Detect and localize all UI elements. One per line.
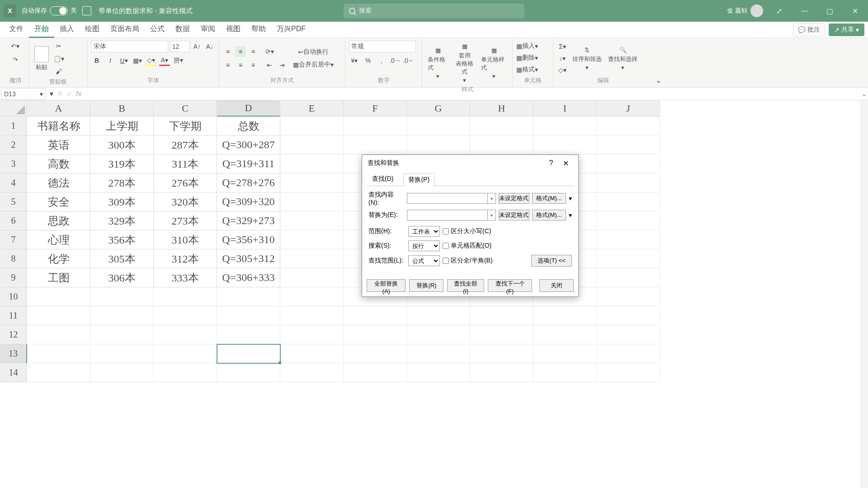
cell-J12[interactable]	[597, 325, 660, 344]
menu-万兴PDF[interactable]: 万兴PDF	[271, 22, 311, 38]
cell-I11[interactable]	[533, 306, 597, 325]
cell-J2[interactable]	[597, 136, 660, 155]
search-box[interactable]: 搜索	[344, 4, 524, 18]
row-header-9[interactable]: 9	[0, 268, 27, 287]
cell-D10[interactable]	[217, 287, 280, 306]
align-center-button[interactable]: ≡	[235, 60, 246, 70]
cell-C3[interactable]: 311本	[154, 155, 217, 174]
minimize-icon[interactable]: —	[796, 2, 814, 20]
cell-I13[interactable]	[533, 344, 597, 363]
cell-E12[interactable]	[280, 325, 344, 344]
cell-D12[interactable]	[217, 325, 280, 344]
cell-B12[interactable]	[90, 325, 154, 344]
align-top-button[interactable]: ≡	[222, 46, 233, 57]
cell-D5[interactable]: Q=309+320	[217, 192, 280, 211]
row-header-13[interactable]: 13	[0, 344, 27, 363]
cell-C2[interactable]: 287本	[154, 136, 217, 155]
cell-C5[interactable]: 320本	[154, 192, 217, 211]
cell-A1[interactable]: 书籍名称	[27, 117, 90, 136]
cell-B8[interactable]: 305本	[90, 249, 154, 268]
collapse-ribbon-button[interactable]: ⌄	[653, 39, 664, 87]
cell-A14[interactable]	[27, 363, 90, 382]
copy-button[interactable]: 📋▾	[53, 53, 64, 64]
cell-J10[interactable]	[597, 287, 660, 306]
cell-E5[interactable]	[280, 192, 344, 211]
cell-C6[interactable]: 273本	[154, 211, 217, 230]
row-header-5[interactable]: 5	[0, 192, 27, 211]
column-header-A[interactable]: A	[27, 100, 90, 117]
conditional-format-button[interactable]: ▦条件格式▾	[426, 45, 450, 80]
italic-button[interactable]: I	[105, 55, 116, 66]
cell-G2[interactable]	[407, 136, 470, 155]
expand-formula-bar-icon[interactable]: ⌄	[860, 89, 868, 98]
dialog-close-icon[interactable]: ✕	[558, 159, 573, 168]
decrease-indent-button[interactable]: ⇤	[264, 60, 275, 70]
font-size-select[interactable]	[170, 41, 190, 52]
orientation-button[interactable]: ⟳▾	[264, 46, 275, 57]
font-name-select[interactable]	[91, 41, 168, 52]
cell-E3[interactable]	[280, 155, 344, 174]
column-header-E[interactable]: E	[280, 100, 344, 117]
cell-H13[interactable]	[470, 344, 533, 363]
cell-I12[interactable]	[533, 325, 597, 344]
cell-J7[interactable]	[597, 230, 660, 249]
cell-E14[interactable]	[280, 363, 344, 382]
fill-color-button[interactable]: ◇▾	[146, 55, 156, 66]
column-header-I[interactable]: I	[533, 100, 597, 117]
cell-E6[interactable]	[280, 211, 344, 230]
row-header-4[interactable]: 4	[0, 174, 27, 192]
find-all-button[interactable]: 查找全部(I)	[447, 279, 484, 292]
cell-J1[interactable]	[597, 117, 660, 136]
cell-H11[interactable]	[470, 306, 533, 325]
cell-J9[interactable]	[597, 268, 660, 287]
cell-G11[interactable]	[407, 306, 470, 325]
column-header-J[interactable]: J	[597, 100, 660, 117]
match-byte-checkbox[interactable]	[443, 258, 449, 264]
cell-I14[interactable]	[533, 363, 597, 382]
row-header-14[interactable]: 14	[0, 363, 27, 382]
replace-format-button[interactable]: 格式(M)...	[532, 210, 566, 221]
cell-C7[interactable]: 310本	[154, 230, 217, 249]
increase-indent-button[interactable]: ⇥	[277, 60, 288, 70]
tab-replace[interactable]: 替换(P)	[403, 174, 434, 186]
within-select[interactable]: 工作表	[408, 226, 440, 237]
cell-D13[interactable]	[217, 344, 280, 363]
cancel-formula-icon[interactable]: ✕	[57, 89, 63, 98]
cell-E7[interactable]	[280, 230, 344, 249]
percent-button[interactable]: %	[363, 55, 373, 66]
cell-D11[interactable]	[217, 306, 280, 325]
cell-H12[interactable]	[470, 325, 533, 344]
search-direction-select[interactable]: 按行	[408, 240, 440, 251]
cell-D1[interactable]: 总数	[217, 117, 280, 136]
cell-J14[interactable]	[597, 363, 660, 382]
column-header-C[interactable]: C	[154, 100, 217, 117]
menu-开始[interactable]: 开始	[29, 22, 54, 38]
cell-E1[interactable]	[280, 117, 344, 136]
align-bottom-button[interactable]: ≡	[248, 46, 259, 57]
save-icon[interactable]	[82, 6, 91, 15]
cell-A10[interactable]	[27, 287, 90, 306]
undo-button[interactable]: ↶▾	[10, 41, 21, 52]
row-header-12[interactable]: 12	[0, 325, 27, 344]
replace-all-button[interactable]: 全部替换(A)	[367, 279, 406, 292]
tab-find[interactable]: 查找(D)	[368, 173, 398, 186]
column-header-G[interactable]: G	[407, 100, 470, 117]
menu-审阅[interactable]: 审阅	[195, 22, 221, 38]
menu-视图[interactable]: 视图	[221, 22, 246, 38]
find-format-dropdown[interactable]: ▾	[569, 195, 572, 202]
cell-A4[interactable]: 德法	[27, 174, 90, 192]
cell-C13[interactable]	[154, 344, 217, 363]
cell-C1[interactable]: 下学期	[154, 117, 217, 136]
cell-I1[interactable]	[533, 117, 597, 136]
cell-A12[interactable]	[27, 325, 90, 344]
cell-B3[interactable]: 319本	[90, 155, 154, 174]
name-box[interactable]: D13▾	[1, 88, 46, 100]
vertical-scrollbar[interactable]	[860, 100, 868, 488]
cell-C10[interactable]	[154, 287, 217, 306]
comments-button[interactable]: 💬 批注	[793, 23, 825, 36]
font-color-button[interactable]: A▾	[159, 55, 170, 66]
cell-styles-button[interactable]: ▦单元格样式▾	[479, 45, 509, 80]
replace-button[interactable]: 替换(R)	[409, 279, 443, 292]
merge-center-button[interactable]: ▦ 合并后居中 ▾	[293, 59, 334, 70]
number-format-select[interactable]	[349, 41, 416, 52]
